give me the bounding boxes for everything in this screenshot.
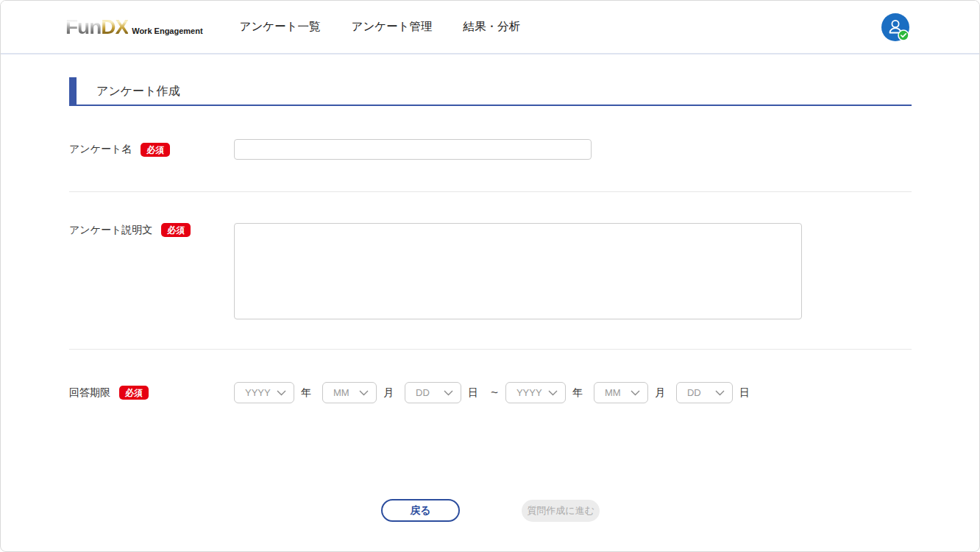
nav-item-survey-list[interactable]: アンケート一覧 xyxy=(240,19,321,35)
survey-name-label-col: アンケート名 必須 xyxy=(69,143,234,157)
required-badge: 必須 xyxy=(161,223,191,237)
month-unit-label: 月 xyxy=(383,386,394,400)
chevron-down-icon xyxy=(715,390,725,396)
survey-description-textarea[interactable] xyxy=(234,223,802,319)
section-divider xyxy=(69,191,912,192)
year-unit-label: 年 xyxy=(301,386,311,400)
user-icon xyxy=(881,13,909,41)
chevron-down-icon xyxy=(359,390,369,396)
survey-description-label: アンケート説明文 xyxy=(69,224,152,237)
chevron-down-icon xyxy=(277,390,286,396)
range-separator: ~ xyxy=(491,386,498,400)
page-title: アンケート作成 xyxy=(96,84,180,99)
header: FunDX Work Engagement アンケート一覧 アンケート管理 結果… xyxy=(1,1,979,54)
logo-text: FunDX xyxy=(65,17,128,38)
required-badge: 必須 xyxy=(119,386,149,400)
day-unit-label: 日 xyxy=(739,386,750,400)
app-window: FunDX Work Engagement アンケート一覧 アンケート管理 結果… xyxy=(0,0,980,552)
logo-subtitle: Work Engagement xyxy=(132,26,202,35)
start-day-select[interactable]: DD xyxy=(405,382,461,403)
proceed-to-questions-button[interactable]: 質問作成に進む xyxy=(522,500,600,522)
survey-description-row: アンケート説明文 必須 xyxy=(69,223,912,319)
app-logo[interactable]: FunDX Work Engagement xyxy=(65,17,203,38)
start-month-select[interactable]: MM xyxy=(322,382,377,403)
nav-item-survey-management[interactable]: アンケート管理 xyxy=(352,19,433,35)
survey-name-label: アンケート名 xyxy=(69,143,132,156)
year-unit-label: 年 xyxy=(572,386,583,400)
deadline-label: 回答期限 xyxy=(69,386,110,400)
day-unit-label: 日 xyxy=(468,386,478,400)
deadline-label-col: 回答期限 必須 xyxy=(69,386,234,400)
survey-form: アンケート名 必須 アンケート説明文 必須 回答期限 必須 YYYY xyxy=(69,139,912,522)
main-nav: アンケート一覧 アンケート管理 結果・分析 xyxy=(240,19,520,35)
page-title-block: アンケート作成 xyxy=(69,78,912,106)
chevron-down-icon xyxy=(548,390,558,396)
nav-item-results-analysis[interactable]: 結果・分析 xyxy=(464,19,521,35)
start-year-select[interactable]: YYYY xyxy=(234,382,294,403)
survey-name-row: アンケート名 必須 xyxy=(69,139,912,160)
required-badge: 必須 xyxy=(141,143,170,157)
survey-description-label-col: アンケート説明文 必須 xyxy=(69,223,234,237)
user-avatar[interactable] xyxy=(881,13,909,41)
section-divider xyxy=(69,349,912,350)
chevron-down-icon xyxy=(444,390,453,396)
back-button[interactable]: 戻る xyxy=(381,499,460,522)
chevron-down-icon xyxy=(631,390,640,396)
deadline-date-range: YYYY 年 MM 月 DD 日 ~ YYYY xyxy=(234,382,750,403)
form-actions: 戻る 質問作成に進む xyxy=(69,499,912,522)
end-day-select[interactable]: DD xyxy=(676,382,733,403)
end-year-select[interactable]: YYYY xyxy=(505,382,566,403)
survey-name-input[interactable] xyxy=(234,139,592,160)
check-icon xyxy=(898,30,909,40)
title-accent-bar xyxy=(69,77,77,105)
end-month-select[interactable]: MM xyxy=(594,382,648,403)
deadline-row: 回答期限 必須 YYYY 年 MM 月 DD 日 xyxy=(69,382,912,403)
month-unit-label: 月 xyxy=(655,386,665,400)
